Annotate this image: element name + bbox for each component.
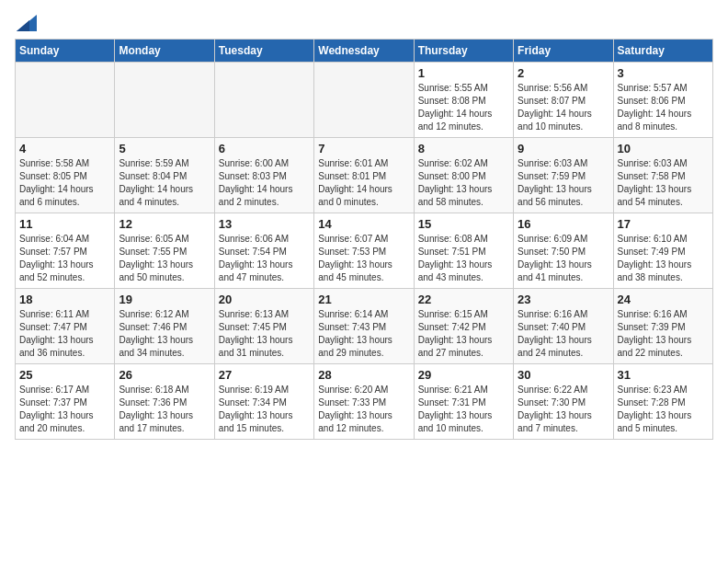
day-number: 11 [19,217,110,231]
calendar-day-cell: 4Sunrise: 5:58 AM Sunset: 8:05 PM Daylig… [16,138,115,213]
day-number: 20 [219,293,310,306]
day-number: 30 [518,368,609,382]
weekday-header-cell: Saturday [613,40,712,63]
day-info: Sunrise: 6:10 AM Sunset: 7:49 PM Dayligh… [618,233,709,284]
logo [15,15,37,31]
calendar-day-cell [115,63,214,138]
day-info: Sunrise: 5:57 AM Sunset: 8:06 PM Dayligh… [618,82,709,133]
day-info: Sunrise: 6:09 AM Sunset: 7:50 PM Dayligh… [518,233,609,284]
day-number: 31 [618,368,709,382]
day-info: Sunrise: 6:16 AM Sunset: 7:39 PM Dayligh… [618,308,709,360]
calendar-day-cell: 12Sunrise: 6:05 AM Sunset: 7:55 PM Dayli… [115,213,214,289]
day-info: Sunrise: 6:16 AM Sunset: 7:40 PM Dayligh… [518,308,609,360]
calendar-day-cell: 17Sunrise: 6:10 AM Sunset: 7:49 PM Dayli… [613,213,712,289]
day-number: 6 [219,142,310,155]
calendar-day-cell: 31Sunrise: 6:23 AM Sunset: 7:28 PM Dayli… [613,364,712,440]
weekday-header-row: SundayMondayTuesdayWednesdayThursdayFrid… [16,40,713,63]
day-info: Sunrise: 6:03 AM Sunset: 7:59 PM Dayligh… [518,157,609,209]
header [15,15,713,31]
calendar-body: 1Sunrise: 5:55 AM Sunset: 8:08 PM Daylig… [16,63,713,440]
calendar-day-cell: 15Sunrise: 6:08 AM Sunset: 7:51 PM Dayli… [414,213,513,289]
day-info: Sunrise: 6:18 AM Sunset: 7:36 PM Dayligh… [119,384,210,435]
day-info: Sunrise: 5:59 AM Sunset: 8:04 PM Dayligh… [119,157,210,209]
weekday-header-cell: Friday [514,40,613,63]
calendar-day-cell [16,63,115,138]
day-number: 16 [518,217,609,231]
day-info: Sunrise: 6:07 AM Sunset: 7:53 PM Dayligh… [318,233,409,284]
day-number: 3 [618,66,709,80]
day-number: 4 [19,142,110,155]
day-number: 21 [318,293,409,306]
day-number: 2 [518,66,609,80]
calendar-day-cell: 13Sunrise: 6:06 AM Sunset: 7:54 PM Dayli… [214,213,313,289]
weekday-header-cell: Monday [115,40,214,63]
calendar-week-row: 11Sunrise: 6:04 AM Sunset: 7:57 PM Dayli… [16,213,713,289]
day-info: Sunrise: 6:08 AM Sunset: 7:51 PM Dayligh… [418,233,509,284]
day-info: Sunrise: 6:04 AM Sunset: 7:57 PM Dayligh… [19,233,110,284]
day-info: Sunrise: 6:11 AM Sunset: 7:47 PM Dayligh… [19,308,110,360]
calendar-day-cell: 11Sunrise: 6:04 AM Sunset: 7:57 PM Dayli… [16,213,115,289]
day-number: 24 [618,293,709,306]
day-info: Sunrise: 6:06 AM Sunset: 7:54 PM Dayligh… [219,233,310,284]
day-info: Sunrise: 6:15 AM Sunset: 7:42 PM Dayligh… [418,308,509,360]
calendar-day-cell: 1Sunrise: 5:55 AM Sunset: 8:08 PM Daylig… [414,63,513,138]
calendar-day-cell: 14Sunrise: 6:07 AM Sunset: 7:53 PM Dayli… [314,213,414,289]
day-number: 8 [418,142,509,155]
calendar-week-row: 18Sunrise: 6:11 AM Sunset: 7:47 PM Dayli… [16,289,713,364]
calendar-day-cell: 25Sunrise: 6:17 AM Sunset: 7:37 PM Dayli… [16,364,115,440]
weekday-header-cell: Wednesday [314,40,414,63]
weekday-header-cell: Sunday [16,40,115,63]
calendar-day-cell: 10Sunrise: 6:03 AM Sunset: 7:58 PM Dayli… [613,138,712,213]
weekday-header-cell: Thursday [414,40,513,63]
day-info: Sunrise: 6:20 AM Sunset: 7:33 PM Dayligh… [318,384,409,435]
day-number: 1 [418,66,509,80]
day-number: 9 [518,142,609,155]
day-number: 25 [19,368,110,382]
calendar-day-cell: 18Sunrise: 6:11 AM Sunset: 7:47 PM Dayli… [16,289,115,364]
calendar-day-cell: 20Sunrise: 6:13 AM Sunset: 7:45 PM Dayli… [214,289,313,364]
day-info: Sunrise: 5:58 AM Sunset: 8:05 PM Dayligh… [19,157,110,209]
calendar-day-cell: 24Sunrise: 6:16 AM Sunset: 7:39 PM Dayli… [613,289,712,364]
calendar-day-cell: 6Sunrise: 6:00 AM Sunset: 8:03 PM Daylig… [214,138,313,213]
calendar-day-cell: 3Sunrise: 5:57 AM Sunset: 8:06 PM Daylig… [613,63,712,138]
day-info: Sunrise: 6:23 AM Sunset: 7:28 PM Dayligh… [618,384,709,435]
day-info: Sunrise: 5:55 AM Sunset: 8:08 PM Dayligh… [418,82,509,133]
calendar-day-cell: 26Sunrise: 6:18 AM Sunset: 7:36 PM Dayli… [115,364,214,440]
day-number: 29 [418,368,509,382]
calendar-day-cell: 28Sunrise: 6:20 AM Sunset: 7:33 PM Dayli… [314,364,414,440]
day-number: 7 [318,142,409,155]
day-info: Sunrise: 6:02 AM Sunset: 8:00 PM Dayligh… [418,157,509,209]
calendar-day-cell: 23Sunrise: 6:16 AM Sunset: 7:40 PM Dayli… [514,289,613,364]
day-number: 14 [318,217,409,231]
day-number: 15 [418,217,509,231]
weekday-header-cell: Tuesday [214,40,313,63]
day-number: 5 [119,142,210,155]
day-info: Sunrise: 5:56 AM Sunset: 8:07 PM Dayligh… [518,82,609,133]
day-number: 12 [119,217,210,231]
day-number: 26 [119,368,210,382]
calendar-day-cell: 21Sunrise: 6:14 AM Sunset: 7:43 PM Dayli… [314,289,414,364]
day-number: 22 [418,293,509,306]
day-info: Sunrise: 6:14 AM Sunset: 7:43 PM Dayligh… [318,308,409,360]
day-info: Sunrise: 6:00 AM Sunset: 8:03 PM Dayligh… [219,157,310,209]
calendar-day-cell [314,63,414,138]
day-info: Sunrise: 6:17 AM Sunset: 7:37 PM Dayligh… [19,384,110,435]
day-number: 27 [219,368,310,382]
calendar-week-row: 25Sunrise: 6:17 AM Sunset: 7:37 PM Dayli… [16,364,713,440]
day-info: Sunrise: 6:03 AM Sunset: 7:58 PM Dayligh… [618,157,709,209]
day-info: Sunrise: 6:01 AM Sunset: 8:01 PM Dayligh… [318,157,409,209]
calendar-day-cell [214,63,313,138]
day-number: 28 [318,368,409,382]
calendar-day-cell: 29Sunrise: 6:21 AM Sunset: 7:31 PM Dayli… [414,364,513,440]
day-info: Sunrise: 6:21 AM Sunset: 7:31 PM Dayligh… [418,384,509,435]
day-info: Sunrise: 6:05 AM Sunset: 7:55 PM Dayligh… [119,233,210,284]
day-number: 13 [219,217,310,231]
calendar-day-cell: 22Sunrise: 6:15 AM Sunset: 7:42 PM Dayli… [414,289,513,364]
calendar-day-cell: 16Sunrise: 6:09 AM Sunset: 7:50 PM Dayli… [514,213,613,289]
calendar-day-cell: 8Sunrise: 6:02 AM Sunset: 8:00 PM Daylig… [414,138,513,213]
day-number: 23 [518,293,609,306]
calendar-day-cell: 30Sunrise: 6:22 AM Sunset: 7:30 PM Dayli… [514,364,613,440]
calendar-week-row: 4Sunrise: 5:58 AM Sunset: 8:05 PM Daylig… [16,138,713,213]
calendar-day-cell: 19Sunrise: 6:12 AM Sunset: 7:46 PM Dayli… [115,289,214,364]
day-info: Sunrise: 6:19 AM Sunset: 7:34 PM Dayligh… [219,384,310,435]
